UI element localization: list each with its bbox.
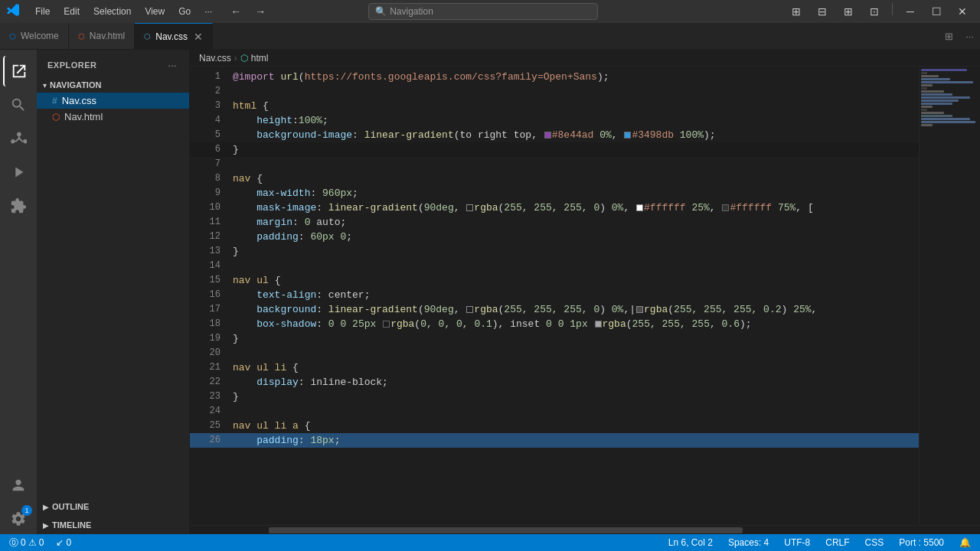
port-status[interactable]: Port : 5500 <box>896 534 947 551</box>
tab-nav-css[interactable]: ⬡ Nav.css ✕ <box>135 23 213 49</box>
menu-view[interactable]: View <box>139 5 171 18</box>
language-mode[interactable]: CSS <box>862 534 887 551</box>
nav-forward-button[interactable]: → <box>249 3 272 20</box>
color-swatch-2[interactable] <box>624 132 631 139</box>
code-line-8: 8 nav { <box>190 171 919 186</box>
minimize-button[interactable]: ─ <box>899 3 922 20</box>
color-swatch-1[interactable] <box>544 132 551 139</box>
activity-extensions[interactable] <box>3 191 34 221</box>
cursor-position[interactable]: Ln 6, Col 2 <box>665 534 716 551</box>
status-bar: ⓪ 0 ⚠ 0 ↙ 0 Ln 6, Col 2 Spaces: 4 UTF-8 … <box>0 534 980 551</box>
menu-bar: File Edit Selection View Go ··· <box>29 5 218 18</box>
code-line-5: 5 background-image: linear-gradient(to r… <box>190 128 919 142</box>
code-line-9: 9 max-width: 960px; <box>190 186 919 201</box>
color-swatch-4[interactable] <box>636 204 643 211</box>
settings-badge: 1 <box>21 505 32 516</box>
encoding-label: UTF-8 <box>784 537 810 548</box>
sidebar-more-button[interactable]: ··· <box>166 57 178 73</box>
tab-close-button[interactable]: ✕ <box>194 31 203 42</box>
code-line-2: 2 <box>190 84 919 99</box>
menu-edit[interactable]: Edit <box>57 5 86 18</box>
color-swatch-8[interactable] <box>383 321 390 328</box>
activity-account[interactable] <box>3 470 34 500</box>
color-swatch-7[interactable] <box>636 306 643 313</box>
search-icon: 🔍 <box>375 6 387 17</box>
indentation[interactable]: Spaces: 4 <box>725 534 772 551</box>
layout-icon-2[interactable]: ⊟ <box>811 3 834 20</box>
port-label: Port : 5500 <box>899 537 944 548</box>
code-line-13: 13 } <box>190 244 919 259</box>
tab-nav-html[interactable]: ⬡ Nav.html <box>69 23 135 49</box>
app-logo <box>6 3 20 20</box>
layout-icon-1[interactable]: ⊞ <box>785 3 808 20</box>
menu-selection[interactable]: Selection <box>87 5 137 18</box>
remote-icon: ↙ <box>56 537 64 548</box>
code-line-20: 20 <box>190 346 919 360</box>
color-swatch-6[interactable] <box>466 306 473 313</box>
maximize-button[interactable]: ☐ <box>925 3 948 20</box>
notifications-bell[interactable]: 🔔 <box>956 534 974 551</box>
section-arrow-icon: ▾ <box>43 81 47 90</box>
activity-settings[interactable]: 1 <box>3 504 34 534</box>
sidebar: EXPLORER ··· ▾ NAVIGATION # Nav.css ⬡ Na… <box>37 50 190 534</box>
sidebar-item-navcss[interactable]: # Nav.css <box>37 93 189 109</box>
close-button[interactable]: ✕ <box>951 3 974 20</box>
activity-source-control[interactable] <box>3 123 34 154</box>
sidebar-title: EXPLORER <box>47 60 97 70</box>
timeline-arrow-icon: ▶ <box>43 521 49 530</box>
timeline-label: TIMELINE <box>52 520 91 530</box>
nav-html-filename: Nav.html <box>64 111 103 122</box>
tab-welcome[interactable]: ⬡ Welcome <box>0 23 69 49</box>
search-bar[interactable]: 🔍 Navigation <box>368 3 598 20</box>
tab-bar: ⬡ Welcome ⬡ Nav.html ⬡ Nav.css ✕ ⊞ ··· <box>0 23 980 50</box>
status-right: Ln 6, Col 2 Spaces: 4 UTF-8 CRLF CSS Por… <box>665 534 974 551</box>
sidebar-spacer <box>37 126 189 497</box>
window-controls: ⊞ ⊟ ⊞ ⊡ ─ ☐ ✕ <box>785 3 974 20</box>
outline-label: OUTLINE <box>52 502 89 511</box>
menu-more[interactable]: ··· <box>198 5 218 18</box>
menu-go[interactable]: Go <box>172 5 197 18</box>
code-editor[interactable]: 1 @import url(https://fonts.googleapis.c… <box>190 67 919 525</box>
scrollbar-thumb[interactable] <box>269 527 743 533</box>
code-line-6: 6 } <box>190 142 919 157</box>
outline-section: ▶ OUTLINE <box>37 497 189 516</box>
encoding[interactable]: UTF-8 <box>781 534 813 551</box>
css-file-icon: # <box>52 96 57 106</box>
layout-icon-3[interactable]: ⊞ <box>837 3 860 20</box>
menu-file[interactable]: File <box>29 5 56 18</box>
breadcrumb-context[interactable]: html <box>251 53 269 64</box>
code-line-21: 21 nav ul li { <box>190 360 919 375</box>
code-line-12: 12 padding: 60px 0; <box>190 230 919 244</box>
breadcrumb-file[interactable]: Nav.css <box>199 53 231 64</box>
editor-area: Nav.css › ⬡ html 1 @import url(https://f… <box>190 50 980 534</box>
explorer-section: ▾ NAVIGATION # Nav.css ⬡ Nav.html <box>37 76 189 126</box>
layout-icon-4[interactable]: ⊡ <box>863 3 886 20</box>
line-ending[interactable]: CRLF <box>822 534 852 551</box>
breadcrumb-sep-icon: › <box>234 53 237 64</box>
remote-status[interactable]: ↙ 0 <box>53 534 74 551</box>
breadcrumb-tag-icon: ⬡ <box>240 53 248 64</box>
activity-search[interactable] <box>3 90 34 120</box>
color-swatch-3[interactable] <box>466 204 473 211</box>
activity-run[interactable] <box>3 157 34 187</box>
tab-more-button[interactable]: ··· <box>959 23 980 49</box>
nav-back-button[interactable]: ← <box>224 3 247 20</box>
color-swatch-9[interactable] <box>595 321 602 328</box>
source-control-status[interactable]: ⓪ 0 ⚠ 0 <box>6 534 47 551</box>
tab-layout-button[interactable]: ⊞ <box>939 23 959 49</box>
code-line-1: 1 @import url(https://fonts.googleapis.c… <box>190 70 919 84</box>
activity-explorer[interactable] <box>3 56 34 86</box>
main-area: 1 EXPLORER ··· ▾ NAVIGATION # Nav.css ⬡ … <box>0 50 980 534</box>
minimap <box>919 67 980 525</box>
titlebar: File Edit Selection View Go ··· ← → 🔍 Na… <box>0 0 980 23</box>
scrollbar[interactable] <box>190 525 980 534</box>
color-swatch-5[interactable] <box>722 204 729 211</box>
activity-bar: 1 <box>0 50 37 534</box>
code-line-11: 11 margin: 0 auto; <box>190 215 919 230</box>
code-and-minimap: 1 @import url(https://fonts.googleapis.c… <box>190 67 980 525</box>
navigation-section-header[interactable]: ▾ NAVIGATION <box>37 77 189 93</box>
code-line-23: 23 } <box>190 390 919 404</box>
timeline-header[interactable]: ▶ TIMELINE <box>37 517 189 533</box>
sidebar-item-navhtml[interactable]: ⬡ Nav.html <box>37 109 189 125</box>
outline-header[interactable]: ▶ OUTLINE <box>37 499 189 514</box>
